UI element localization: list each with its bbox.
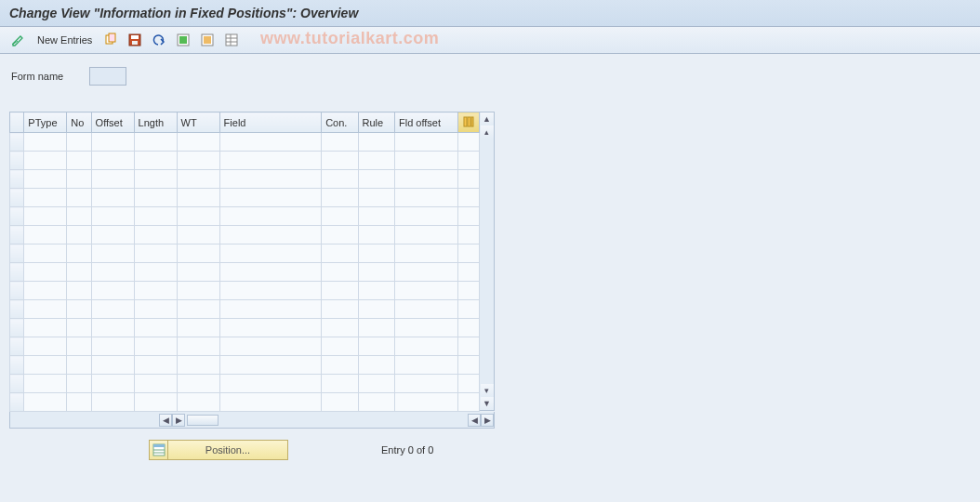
- position-button[interactable]: Position...: [149, 440, 288, 460]
- scroll-right-icon[interactable]: ▶: [172, 414, 185, 427]
- cell[interactable]: [358, 152, 394, 170]
- cell[interactable]: [24, 300, 67, 319]
- cell[interactable]: [134, 189, 177, 207]
- cell[interactable]: [177, 244, 219, 263]
- cell[interactable]: [358, 226, 394, 244]
- row-selector[interactable]: [10, 133, 24, 152]
- cell[interactable]: [322, 226, 358, 244]
- table-row[interactable]: [10, 282, 480, 300]
- table-row[interactable]: [10, 152, 480, 170]
- cell[interactable]: [134, 337, 177, 356]
- row-selector[interactable]: [10, 319, 24, 337]
- cell[interactable]: [177, 375, 219, 393]
- cell[interactable]: [358, 263, 394, 282]
- cell[interactable]: [67, 152, 91, 170]
- cell[interactable]: [322, 263, 358, 282]
- cell[interactable]: [358, 337, 394, 356]
- cell[interactable]: [24, 152, 67, 170]
- form-name-input[interactable]: [89, 67, 126, 86]
- hscroll-thumb[interactable]: [187, 415, 219, 426]
- copy-icon[interactable]: [101, 31, 120, 49]
- row-selector[interactable]: [10, 263, 24, 282]
- col-lngth[interactable]: Lngth: [134, 112, 177, 133]
- cell[interactable]: [91, 263, 134, 282]
- cell[interactable]: [457, 133, 479, 152]
- col-fldoffset[interactable]: Fld offset: [394, 112, 457, 133]
- cell[interactable]: [134, 263, 177, 282]
- cell[interactable]: [457, 226, 479, 244]
- cell[interactable]: [67, 263, 91, 282]
- cell[interactable]: [67, 207, 91, 226]
- cell[interactable]: [24, 282, 67, 300]
- cell[interactable]: [134, 282, 177, 300]
- scroll-left2-icon[interactable]: ◀: [468, 414, 481, 427]
- cell[interactable]: [219, 263, 322, 282]
- toggle-edit-icon[interactable]: [9, 31, 28, 49]
- row-selector[interactable]: [10, 189, 24, 207]
- cell[interactable]: [358, 319, 394, 337]
- col-field[interactable]: Field: [219, 112, 322, 133]
- cell[interactable]: [457, 152, 479, 170]
- row-selector-header[interactable]: [10, 112, 24, 133]
- cell[interactable]: [394, 319, 457, 337]
- cell[interactable]: [134, 356, 177, 375]
- row-selector[interactable]: [10, 152, 24, 170]
- table-row[interactable]: [10, 133, 480, 152]
- cell[interactable]: [358, 356, 394, 375]
- col-wt[interactable]: WT: [177, 112, 219, 133]
- cell[interactable]: [134, 244, 177, 263]
- save-icon[interactable]: [126, 31, 144, 49]
- cell[interactable]: [134, 170, 177, 189]
- table-row[interactable]: [10, 189, 480, 207]
- table-row[interactable]: [10, 226, 480, 244]
- cell[interactable]: [67, 282, 91, 300]
- cell[interactable]: [24, 189, 67, 207]
- cell[interactable]: [457, 170, 479, 189]
- cell[interactable]: [322, 300, 358, 319]
- cell[interactable]: [24, 319, 67, 337]
- scroll-right2-icon[interactable]: ▶: [481, 414, 494, 427]
- col-rule[interactable]: Rule: [358, 112, 394, 133]
- cell[interactable]: [91, 393, 134, 412]
- cell[interactable]: [358, 244, 394, 263]
- cell[interactable]: [358, 189, 394, 207]
- cell[interactable]: [394, 133, 457, 152]
- cell[interactable]: [322, 375, 358, 393]
- cell[interactable]: [177, 300, 219, 319]
- table-row[interactable]: [10, 300, 480, 319]
- cell[interactable]: [457, 300, 479, 319]
- vertical-scrollbar[interactable]: ▲ ▴ ▾ ▼: [480, 112, 495, 411]
- cell[interactable]: [24, 356, 67, 375]
- cell[interactable]: [91, 282, 134, 300]
- cell[interactable]: [67, 375, 91, 393]
- cell[interactable]: [134, 375, 177, 393]
- cell[interactable]: [394, 226, 457, 244]
- cell[interactable]: [67, 300, 91, 319]
- cell[interactable]: [177, 152, 219, 170]
- cell[interactable]: [457, 356, 479, 375]
- scroll-up2-icon[interactable]: ▴: [481, 126, 494, 139]
- scroll-down-icon[interactable]: ▼: [481, 397, 494, 410]
- table-row[interactable]: [10, 337, 480, 356]
- cell[interactable]: [219, 133, 322, 152]
- cell[interactable]: [91, 356, 134, 375]
- cell[interactable]: [24, 375, 67, 393]
- row-selector[interactable]: [10, 356, 24, 375]
- table-row[interactable]: [10, 207, 480, 226]
- cell[interactable]: [24, 263, 67, 282]
- cell[interactable]: [394, 356, 457, 375]
- cell[interactable]: [322, 356, 358, 375]
- cell[interactable]: [67, 356, 91, 375]
- cell[interactable]: [358, 393, 394, 412]
- cell[interactable]: [394, 282, 457, 300]
- cell[interactable]: [24, 226, 67, 244]
- cell[interactable]: [91, 300, 134, 319]
- table-row[interactable]: [10, 356, 480, 375]
- cell[interactable]: [457, 189, 479, 207]
- cell[interactable]: [457, 282, 479, 300]
- cell[interactable]: [394, 170, 457, 189]
- cell[interactable]: [219, 393, 322, 412]
- cell[interactable]: [91, 319, 134, 337]
- cell[interactable]: [457, 393, 479, 412]
- cell[interactable]: [457, 319, 479, 337]
